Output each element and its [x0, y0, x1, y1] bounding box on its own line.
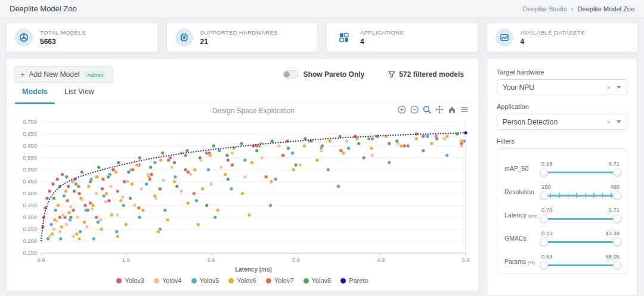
data-point-yolov8[interactable] [395, 139, 399, 143]
slider-handle-max[interactable] [613, 214, 621, 223]
slider-handle-min[interactable] [540, 238, 548, 246]
data-point-yolov4[interactable] [230, 151, 234, 155]
data-point-yolov8[interactable] [86, 208, 89, 212]
data-point-yolov4[interactable] [95, 192, 98, 195]
data-point-yolov4[interactable] [76, 216, 79, 219]
data-point-yolov3[interactable] [107, 199, 111, 202]
data-point-yolov6[interactable] [79, 197, 83, 200]
data-point-yolov6[interactable] [232, 147, 236, 150]
data-point-yolov8[interactable] [69, 216, 73, 219]
data-point-yolov5[interactable] [79, 230, 82, 233]
data-point-yolov5[interactable] [153, 161, 157, 164]
data-point-yolov6[interactable] [153, 194, 157, 198]
data-point-yolov5[interactable] [163, 208, 167, 212]
slider-handle-min[interactable] [540, 214, 548, 223]
data-point-yolov4[interactable] [121, 195, 125, 199]
data-point-yolov7[interactable] [208, 151, 211, 155]
data-point-yolov7[interactable] [167, 158, 171, 162]
data-point-yolov6[interactable] [110, 213, 113, 217]
pan-icon[interactable] [435, 105, 444, 114]
data-point-yolov5[interactable] [145, 182, 148, 186]
data-point-yolov6[interactable] [247, 213, 251, 217]
slider-handle-max[interactable] [613, 168, 621, 176]
data-point-yolov5[interactable] [367, 137, 371, 141]
data-point-yolov6[interactable] [105, 192, 109, 195]
data-point-yolov8[interactable] [129, 197, 132, 200]
data-point-yolov6[interactable] [75, 232, 79, 236]
data-point-yolov7[interactable] [95, 216, 98, 219]
data-point-yolov8[interactable] [52, 197, 55, 200]
data-point-yolov4[interactable] [277, 144, 281, 148]
data-point-yolov5[interactable] [230, 187, 233, 191]
data-point-yolov5[interactable] [92, 237, 95, 241]
data-point-yolov3[interactable] [101, 187, 104, 191]
show-pareto-toggle[interactable] [283, 70, 299, 79]
data-point-yolov6[interactable] [83, 220, 86, 224]
data-point-yolov6[interactable] [216, 208, 219, 212]
data-point-yolov8[interactable] [320, 144, 324, 148]
data-point-yolov4[interactable] [209, 182, 213, 186]
data-point-yolov6[interactable] [241, 192, 244, 195]
data-point-yolov3[interactable] [158, 187, 162, 191]
data-point-yolov8[interactable] [294, 163, 298, 167]
data-point-yolov8[interactable] [422, 149, 425, 152]
data-point-yolov5[interactable] [347, 147, 351, 150]
data-point-yolov5[interactable] [96, 220, 100, 224]
data-point-yolov4[interactable] [260, 156, 264, 160]
data-point-yolov5[interactable] [122, 204, 125, 207]
data-point-yolov4[interactable] [58, 230, 61, 233]
application-select[interactable]: Person Detection × [497, 114, 627, 130]
data-point-yolov6[interactable] [64, 189, 67, 193]
data-point-yolov6[interactable] [67, 211, 71, 214]
data-point-yolov8[interactable] [270, 139, 274, 143]
data-point-yolov6[interactable] [71, 180, 75, 183]
data-point-yolov7[interactable] [460, 142, 463, 145]
data-point-yolov6[interactable] [124, 223, 128, 226]
data-point-yolov8[interactable] [226, 177, 230, 181]
data-point-yolov6[interactable] [159, 158, 163, 162]
data-point-yolov8[interactable] [255, 149, 259, 152]
data-point-yolov8[interactable] [138, 156, 141, 160]
data-point-yolov4[interactable] [116, 213, 119, 217]
data-point-yolov8[interactable] [212, 144, 215, 148]
data-point-yolov4[interactable] [90, 207, 94, 211]
data-point-yolov3[interactable] [78, 192, 81, 195]
scatter-plot[interactable]: 0.7000.6500.6000.5500.5000.4500.4000.350… [10, 119, 475, 275]
data-point-yolov8[interactable] [173, 161, 177, 164]
data-point-yolov6[interactable] [270, 180, 273, 183]
data-point-yolov6[interactable] [100, 228, 103, 231]
data-point-yolov6[interactable] [119, 199, 123, 202]
slider-handle-max[interactable] [613, 261, 621, 269]
data-point-yolov5[interactable] [336, 185, 340, 188]
data-point-yolov3[interactable] [388, 142, 391, 145]
data-point-yolov8[interactable] [357, 142, 361, 145]
data-point-yolov6[interactable] [166, 218, 169, 222]
data-point-yolov8[interactable] [65, 175, 69, 179]
data-point-yolov8[interactable] [376, 135, 379, 138]
data-point-yolov5[interactable] [138, 216, 141, 219]
data-point-yolov6[interactable] [173, 180, 177, 183]
slider-handle-min[interactable] [540, 191, 548, 200]
data-point-yolov8[interactable] [435, 137, 439, 141]
data-point-yolov6[interactable] [445, 135, 449, 138]
data-point-yolov6[interactable] [57, 204, 60, 207]
data-point-yolov7[interactable] [339, 149, 343, 152]
data-point-yolov4[interactable] [370, 154, 374, 157]
data-point-yolov6[interactable] [292, 168, 295, 172]
menu-icon[interactable] [460, 105, 469, 114]
data-point-yolov3[interactable] [67, 185, 70, 188]
data-point-yolov6[interactable] [157, 230, 160, 233]
data-point-yolov6[interactable] [302, 144, 306, 148]
data-point-yolov4[interactable] [179, 189, 183, 193]
data-point-yolov5[interactable] [406, 144, 410, 148]
data-point-yolov8[interactable] [73, 189, 76, 193]
data-point-yolov3[interactable] [48, 189, 51, 193]
home-icon[interactable] [448, 105, 456, 114]
data-point-yolov7[interactable] [101, 177, 105, 181]
data-point-yolov3[interactable] [226, 158, 230, 162]
data-point-yolov8[interactable] [362, 156, 366, 160]
data-point-yolov6[interactable] [60, 225, 63, 229]
data-point-yolov4[interactable] [85, 225, 89, 229]
data-point-yolov7[interactable] [230, 163, 234, 167]
data-point-yolov4[interactable] [104, 200, 107, 204]
